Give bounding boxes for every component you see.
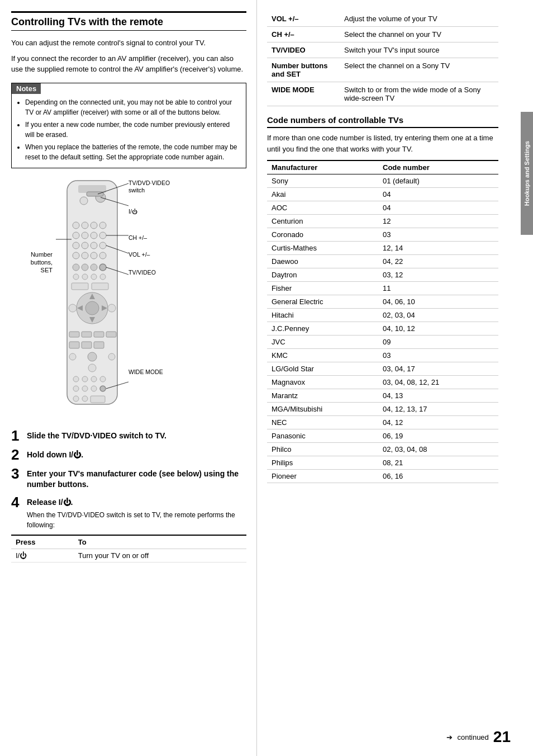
side-tab: Hookups and Settings [521, 112, 533, 235]
svg-rect-29 [72, 283, 88, 290]
intro-para-1: You can adjust the remote control's sign… [11, 37, 246, 49]
code-cell: 04, 10, 12 [378, 322, 498, 336]
svg-point-26 [82, 274, 88, 280]
code-cell: 04 [378, 201, 498, 215]
code-table-row: Panasonic06, 19 [267, 429, 498, 443]
remote-diagram: Number buttons, SET [11, 175, 246, 423]
function-table-row: CH +/–Select the channel on your TV [267, 27, 498, 42]
press-header: Press [11, 535, 74, 549]
intro-para-2: If you connect the recorder to an AV amp… [11, 53, 246, 75]
step-4-num: 4 [11, 495, 23, 509]
svg-rect-40 [82, 332, 92, 337]
manufacturer-cell: Magnavox [267, 376, 378, 389]
continued-arrow: ➔ [446, 733, 453, 741]
svg-rect-30 [92, 283, 108, 290]
note-item-1: Depending on the connected unit, you may… [25, 97, 240, 117]
svg-point-37 [69, 304, 77, 312]
step-3-num: 3 [11, 466, 23, 481]
code-cell: 06, 19 [378, 429, 498, 443]
svg-point-32 [85, 301, 99, 315]
code-cell: 03 [378, 349, 498, 362]
step-4-content: Release I/⏻. When the TV/DVD·VIDEO switc… [27, 495, 246, 531]
left-column: Controlling TVs with the remote You can … [0, 0, 257, 756]
manufacturer-cell: Hitachi [267, 309, 378, 322]
code-table-row: Hitachi02, 03, 04 [267, 309, 498, 322]
func-value: Adjust the volume of your TV [340, 11, 498, 27]
manufacturer-cell: Panasonic [267, 429, 378, 443]
svg-point-46 [69, 353, 76, 360]
func-key: Number buttons and SET [267, 58, 340, 82]
manufacturer-cell: Sony [267, 174, 378, 188]
svg-point-18 [82, 252, 88, 259]
page-number: 21 [493, 728, 511, 746]
func-value: Select the channel on your TV [340, 27, 498, 42]
press-table: Press To I/⏻ Turn your TV on or off [11, 535, 246, 563]
svg-rect-42 [106, 332, 116, 337]
svg-point-56 [91, 386, 97, 391]
svg-point-38 [108, 304, 116, 312]
code-table-row: JVC09 [267, 336, 498, 349]
step-1: 1 Slide the TV/DVD·VIDEO switch to TV. [11, 428, 246, 443]
svg-point-57 [100, 386, 106, 391]
manufacturer-cell: Curtis-Mathes [267, 242, 378, 255]
manufacturer-cell: MGA/Mitsubishi [267, 403, 378, 416]
step-2: 2 Hold down I/⏻. [11, 447, 246, 462]
manufacturer-cell: Fisher [267, 282, 378, 295]
svg-rect-60 [91, 396, 105, 403]
step-4-subtext: When the TV/DVD·VIDEO switch is set to T… [27, 510, 246, 530]
svg-rect-41 [94, 332, 104, 337]
func-key: VOL +/– [267, 11, 340, 27]
function-table-row: Number buttons and SETSelect the channel… [267, 58, 498, 82]
code-cell: 08, 21 [378, 456, 498, 470]
continued-label: continued [457, 733, 488, 741]
svg-point-59 [82, 396, 88, 401]
svg-point-21 [73, 264, 79, 271]
page-footer: ➔ continued 21 [446, 728, 511, 746]
manufacturer-cell: Marantz [267, 389, 378, 403]
code-cell: 02, 03, 04 [378, 309, 498, 322]
func-value: Switch to or from the wide mode of a Son… [340, 82, 498, 106]
manufacturer-cell: LG/Gold Star [267, 362, 378, 376]
code-cell: 04, 12 [378, 416, 498, 429]
svg-point-2 [80, 197, 88, 205]
svg-point-6 [82, 222, 88, 229]
code-section-title: Code numbers of controllable TVs [267, 115, 498, 128]
svg-point-16 [99, 242, 106, 249]
remote-image-container: TV/DVD·VIDEOswitch I/⏻ CH +/– VOL +/– TV… [56, 175, 142, 423]
power-label: I/⏻ [129, 208, 179, 216]
manufacturer-cell: Philco [267, 443, 378, 456]
svg-point-58 [73, 396, 79, 401]
manufacturer-cell: Akai [267, 188, 378, 201]
press-cell: I/⏻ [11, 549, 74, 563]
code-cell: 04, 22 [378, 255, 498, 268]
code-table-row: Pioneer06, 16 [267, 470, 498, 483]
side-tab-label: Hookups and Settings [524, 141, 530, 206]
number-buttons-label: Number buttons, SET [11, 251, 56, 275]
tv-dvd-switch-label: TV/DVD·VIDEOswitch [129, 179, 179, 195]
svg-point-51 [82, 376, 88, 382]
code-table-row: Daewoo04, 22 [267, 255, 498, 268]
svg-rect-44 [82, 342, 92, 348]
svg-point-50 [73, 376, 79, 382]
code-table-row: Magnavox03, 04, 08, 12, 21 [267, 376, 498, 389]
manufacturer-cell: J.C.Penney [267, 322, 378, 336]
svg-point-49 [88, 364, 96, 372]
ch-label: CH +/– [129, 234, 179, 242]
step-4: 4 Release I/⏻. When the TV/DVD·VIDEO swi… [11, 495, 246, 531]
code-table-row: General Electric04, 06, 10 [267, 295, 498, 309]
notes-box: Notes Depending on the connected unit, y… [11, 83, 246, 168]
code-cell: 03, 04, 08, 12, 21 [378, 376, 498, 389]
code-table-row: Curtis-Mathes12, 14 [267, 242, 498, 255]
svg-point-5 [73, 222, 79, 229]
svg-point-28 [100, 274, 106, 280]
svg-point-27 [91, 274, 97, 280]
code-table-row: NEC04, 12 [267, 416, 498, 429]
press-table-row: I/⏻ Turn your TV on or off [11, 549, 246, 563]
svg-point-20 [99, 252, 106, 259]
code-table-row: Centurion12 [267, 215, 498, 228]
code-table-row: MGA/Mitsubishi04, 12, 13, 17 [267, 403, 498, 416]
function-table: VOL +/–Adjust the volume of your TVCH +/… [267, 11, 498, 106]
code-table: Manufacturer Code number Sony01 (default… [267, 160, 498, 483]
code-table-row: Sony01 (default) [267, 174, 498, 188]
svg-point-55 [82, 386, 88, 391]
